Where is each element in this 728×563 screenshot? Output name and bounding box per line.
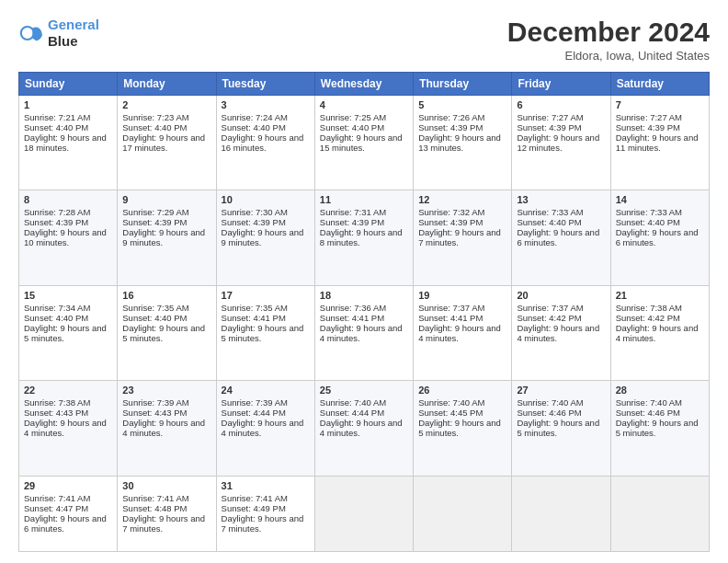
daylight-text: Daylight: 9 hours and 4 minutes.	[517, 323, 599, 343]
daylight-text: Daylight: 9 hours and 4 minutes.	[222, 418, 304, 438]
page: General Blue December 2024 Eldora, Iowa,…	[0, 0, 728, 563]
day-number: 15	[24, 290, 112, 301]
day-number: 22	[24, 385, 112, 396]
day-cell: 23Sunrise: 7:39 AMSunset: 4:43 PMDayligh…	[118, 381, 216, 476]
day-cell: 7Sunrise: 7:27 AMSunset: 4:39 PMDaylight…	[610, 96, 709, 190]
day-number: 4	[320, 99, 408, 110]
day-cell: 27Sunrise: 7:40 AMSunset: 4:46 PMDayligh…	[512, 381, 610, 476]
sunrise-text: Sunrise: 7:35 AM	[122, 303, 188, 313]
sunset-text: Sunset: 4:42 PM	[616, 313, 680, 323]
day-cell: 1Sunrise: 7:21 AMSunset: 4:40 PMDaylight…	[19, 96, 118, 190]
sunrise-text: Sunrise: 7:35 AM	[222, 303, 288, 313]
col-header-tuesday: Tuesday	[216, 73, 314, 96]
daylight-text: Daylight: 9 hours and 7 minutes.	[122, 513, 205, 534]
daylight-text: Daylight: 9 hours and 12 minutes.	[517, 132, 599, 153]
sunset-text: Sunset: 4:40 PM	[320, 122, 384, 132]
sunrise-text: Sunrise: 7:26 AM	[418, 112, 484, 122]
header: General Blue December 2024 Eldora, Iowa,…	[18, 17, 710, 63]
week-row-3: 15Sunrise: 7:34 AMSunset: 4:40 PMDayligh…	[19, 285, 710, 380]
day-number: 26	[418, 385, 506, 396]
day-number: 8	[24, 194, 112, 205]
sunrise-text: Sunrise: 7:27 AM	[517, 112, 583, 122]
day-cell: 11Sunrise: 7:31 AMSunset: 4:39 PMDayligh…	[314, 190, 413, 285]
daylight-text: Daylight: 9 hours and 5 minutes.	[616, 418, 699, 438]
daylight-text: Daylight: 9 hours and 8 minutes.	[320, 227, 403, 247]
sunrise-text: Sunrise: 7:24 AM	[222, 112, 288, 122]
daylight-text: Daylight: 9 hours and 16 minutes.	[222, 132, 304, 153]
daylight-text: Daylight: 9 hours and 18 minutes.	[24, 132, 107, 153]
day-cell: 17Sunrise: 7:35 AMSunset: 4:41 PMDayligh…	[216, 285, 314, 380]
day-cell: 24Sunrise: 7:39 AMSunset: 4:44 PMDayligh…	[216, 381, 314, 476]
sunset-text: Sunset: 4:46 PM	[517, 408, 581, 418]
sunset-text: Sunset: 4:49 PM	[222, 503, 286, 513]
sunrise-text: Sunrise: 7:37 AM	[418, 303, 484, 313]
sunrise-text: Sunrise: 7:32 AM	[418, 207, 484, 217]
day-cell: 21Sunrise: 7:38 AMSunset: 4:42 PMDayligh…	[610, 285, 709, 380]
daylight-text: Daylight: 9 hours and 4 minutes.	[122, 418, 205, 438]
col-header-monday: Monday	[118, 73, 216, 96]
sunrise-text: Sunrise: 7:21 AM	[24, 112, 90, 122]
sunset-text: Sunset: 4:39 PM	[517, 122, 581, 132]
day-cell: 13Sunrise: 7:33 AMSunset: 4:40 PMDayligh…	[512, 190, 610, 285]
day-number: 28	[616, 385, 704, 396]
day-number: 9	[122, 194, 210, 205]
month-title: December 2024	[507, 17, 710, 47]
day-cell: 26Sunrise: 7:40 AMSunset: 4:45 PMDayligh…	[414, 381, 512, 476]
daylight-text: Daylight: 9 hours and 5 minutes.	[122, 323, 205, 343]
day-number: 30	[122, 480, 210, 491]
sunrise-text: Sunrise: 7:40 AM	[418, 397, 484, 408]
calendar-table: SundayMondayTuesdayWednesdayThursdayFrid…	[18, 72, 710, 552]
sunset-text: Sunset: 4:45 PM	[418, 408, 483, 418]
sunrise-text: Sunrise: 7:39 AM	[122, 397, 188, 408]
daylight-text: Daylight: 9 hours and 6 minutes.	[517, 227, 599, 247]
week-row-1: 1Sunrise: 7:21 AMSunset: 4:40 PMDaylight…	[19, 96, 710, 190]
day-cell	[414, 476, 512, 551]
day-number: 25	[320, 385, 408, 396]
sunrise-text: Sunrise: 7:41 AM	[24, 493, 90, 503]
sunrise-text: Sunrise: 7:38 AM	[24, 397, 90, 408]
sunset-text: Sunset: 4:43 PM	[122, 408, 187, 418]
sunset-text: Sunset: 4:40 PM	[616, 217, 680, 227]
title-block: December 2024 Eldora, Iowa, United State…	[507, 17, 710, 63]
day-number: 19	[418, 290, 506, 301]
day-number: 10	[222, 194, 310, 205]
day-cell	[314, 476, 413, 551]
day-number: 7	[616, 99, 704, 110]
sunrise-text: Sunrise: 7:40 AM	[320, 397, 386, 408]
daylight-text: Daylight: 9 hours and 7 minutes.	[418, 227, 501, 247]
sunrise-text: Sunrise: 7:40 AM	[517, 397, 583, 408]
week-row-4: 22Sunrise: 7:38 AMSunset: 4:43 PMDayligh…	[19, 381, 710, 476]
day-cell: 25Sunrise: 7:40 AMSunset: 4:44 PMDayligh…	[314, 381, 413, 476]
daylight-text: Daylight: 9 hours and 4 minutes.	[320, 418, 403, 438]
sunset-text: Sunset: 4:47 PM	[24, 503, 88, 513]
sunrise-text: Sunrise: 7:37 AM	[517, 303, 583, 313]
sunset-text: Sunset: 4:39 PM	[616, 122, 680, 132]
day-number: 13	[517, 194, 605, 205]
daylight-text: Daylight: 9 hours and 6 minutes.	[616, 227, 699, 247]
day-cell: 4Sunrise: 7:25 AMSunset: 4:40 PMDaylight…	[314, 96, 413, 190]
day-cell: 12Sunrise: 7:32 AMSunset: 4:39 PMDayligh…	[414, 190, 512, 285]
day-number: 5	[418, 99, 506, 110]
col-header-saturday: Saturday	[610, 73, 709, 96]
sunrise-text: Sunrise: 7:33 AM	[616, 207, 682, 217]
sunrise-text: Sunrise: 7:36 AM	[320, 303, 386, 313]
day-number: 14	[616, 194, 704, 205]
day-cell: 9Sunrise: 7:29 AMSunset: 4:39 PMDaylight…	[118, 190, 216, 285]
day-cell: 30Sunrise: 7:41 AMSunset: 4:48 PMDayligh…	[118, 476, 216, 551]
sunset-text: Sunset: 4:41 PM	[418, 313, 483, 323]
week-row-5: 29Sunrise: 7:41 AMSunset: 4:47 PMDayligh…	[19, 476, 710, 551]
day-cell: 20Sunrise: 7:37 AMSunset: 4:42 PMDayligh…	[512, 285, 610, 380]
sunset-text: Sunset: 4:39 PM	[418, 122, 483, 132]
day-cell: 15Sunrise: 7:34 AMSunset: 4:40 PMDayligh…	[19, 285, 118, 380]
sunrise-text: Sunrise: 7:27 AM	[616, 112, 682, 122]
col-header-thursday: Thursday	[414, 73, 512, 96]
logo: General Blue	[18, 17, 99, 50]
day-cell: 19Sunrise: 7:37 AMSunset: 4:41 PMDayligh…	[414, 285, 512, 380]
daylight-text: Daylight: 9 hours and 5 minutes.	[517, 418, 599, 438]
daylight-text: Daylight: 9 hours and 5 minutes.	[222, 323, 304, 343]
logo-line2: Blue	[48, 33, 99, 50]
daylight-text: Daylight: 9 hours and 9 minutes.	[222, 227, 304, 247]
day-cell: 18Sunrise: 7:36 AMSunset: 4:41 PMDayligh…	[314, 285, 413, 380]
daylight-text: Daylight: 9 hours and 9 minutes.	[122, 227, 205, 247]
day-cell: 28Sunrise: 7:40 AMSunset: 4:46 PMDayligh…	[610, 381, 709, 476]
